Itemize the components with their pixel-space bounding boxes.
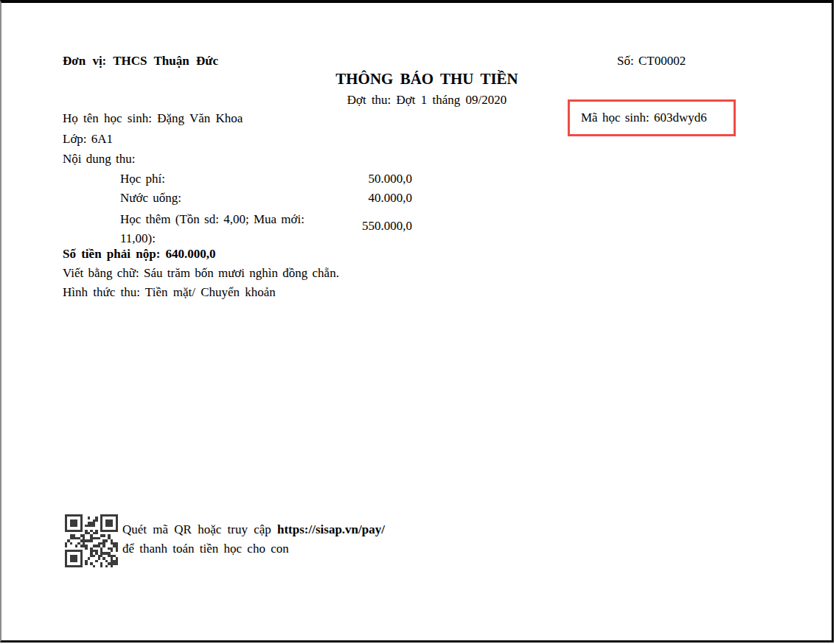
fee-item-label: Học thêm (Tồn sd: 4,00; Mua mới: 11,00): <box>120 210 310 248</box>
fee-item-amount: 40.000,0 <box>310 191 412 206</box>
fee-item-label: Học phí: <box>120 172 165 186</box>
unit-name: Đơn vị: THCS Thuận Đức <box>63 54 218 69</box>
fee-item-label: Nước uống: <box>120 191 181 206</box>
student-class: Lớp: 6A1 <box>63 132 113 147</box>
amount-in-words: Viết bằng chữ: Sáu trăm bốn mươi nghìn đ… <box>63 266 339 281</box>
student-code-box: Mã học sinh: 603dwyd6 <box>568 99 736 136</box>
document-title: THÔNG BÁO THU TIỀN <box>18 69 836 88</box>
fees-section-label: Nội dung thu: <box>63 152 135 167</box>
fee-item-amount: 50.000,0 <box>310 172 412 186</box>
student-name: Họ tên học sinh: Đặng Văn Khoa <box>63 111 243 126</box>
payment-link[interactable]: https://sisap.vn/pay/ <box>277 522 385 536</box>
document-page: Đơn vị: THCS Thuận Đức Số: CT00002 THÔNG… <box>0 0 834 643</box>
payment-method: Hình thức thu: Tiền mặt/ Chuyển khoản <box>63 285 276 300</box>
fee-item-amount: 550.000,0 <box>310 219 412 234</box>
student-code: Mã học sinh: 603dwyd6 <box>570 111 707 125</box>
instruction-text: Quét mã QR hoặc truy cập <box>122 522 277 536</box>
document-number: Số: CT00002 <box>617 54 686 69</box>
total-amount-line: Số tiền phải nộp: 640.000,0 <box>63 247 216 262</box>
qr-code-icon <box>65 514 118 567</box>
instruction-text-line2: để thanh toán tiền học cho con <box>122 542 289 556</box>
payment-instructions: Quét mã QR hoặc truy cập https://sisap.v… <box>122 520 432 559</box>
